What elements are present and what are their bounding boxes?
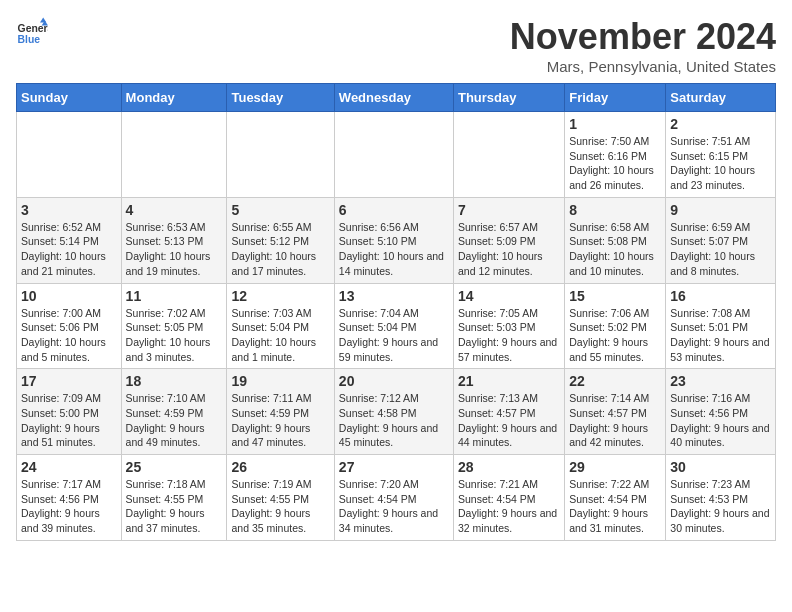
calendar-cell [334, 112, 453, 198]
day-number: 8 [569, 202, 661, 218]
calendar-cell [17, 112, 122, 198]
day-number: 28 [458, 459, 560, 475]
day-header-saturday: Saturday [666, 84, 776, 112]
calendar-week-2: 3Sunrise: 6:52 AM Sunset: 5:14 PM Daylig… [17, 197, 776, 283]
day-info: Sunrise: 7:12 AM Sunset: 4:58 PM Dayligh… [339, 391, 449, 450]
day-info: Sunrise: 7:18 AM Sunset: 4:55 PM Dayligh… [126, 477, 223, 536]
day-number: 5 [231, 202, 329, 218]
day-number: 1 [569, 116, 661, 132]
calendar-cell: 15Sunrise: 7:06 AM Sunset: 5:02 PM Dayli… [565, 283, 666, 369]
day-info: Sunrise: 6:52 AM Sunset: 5:14 PM Dayligh… [21, 220, 117, 279]
calendar-cell: 21Sunrise: 7:13 AM Sunset: 4:57 PM Dayli… [453, 369, 564, 455]
calendar-cell: 18Sunrise: 7:10 AM Sunset: 4:59 PM Dayli… [121, 369, 227, 455]
calendar-cell: 24Sunrise: 7:17 AM Sunset: 4:56 PM Dayli… [17, 455, 122, 541]
day-number: 10 [21, 288, 117, 304]
day-number: 14 [458, 288, 560, 304]
day-info: Sunrise: 7:02 AM Sunset: 5:05 PM Dayligh… [126, 306, 223, 365]
calendar-week-3: 10Sunrise: 7:00 AM Sunset: 5:06 PM Dayli… [17, 283, 776, 369]
day-info: Sunrise: 7:13 AM Sunset: 4:57 PM Dayligh… [458, 391, 560, 450]
logo-icon: General Blue [16, 16, 48, 48]
title-block: November 2024 Mars, Pennsylvania, United… [510, 16, 776, 75]
logo: General Blue [16, 16, 48, 48]
day-number: 29 [569, 459, 661, 475]
calendar-cell: 19Sunrise: 7:11 AM Sunset: 4:59 PM Dayli… [227, 369, 334, 455]
calendar-cell: 14Sunrise: 7:05 AM Sunset: 5:03 PM Dayli… [453, 283, 564, 369]
day-info: Sunrise: 6:55 AM Sunset: 5:12 PM Dayligh… [231, 220, 329, 279]
day-info: Sunrise: 7:19 AM Sunset: 4:55 PM Dayligh… [231, 477, 329, 536]
day-header-sunday: Sunday [17, 84, 122, 112]
day-number: 4 [126, 202, 223, 218]
day-number: 22 [569, 373, 661, 389]
day-number: 17 [21, 373, 117, 389]
day-info: Sunrise: 7:17 AM Sunset: 4:56 PM Dayligh… [21, 477, 117, 536]
calendar-cell: 25Sunrise: 7:18 AM Sunset: 4:55 PM Dayli… [121, 455, 227, 541]
day-info: Sunrise: 7:04 AM Sunset: 5:04 PM Dayligh… [339, 306, 449, 365]
day-number: 25 [126, 459, 223, 475]
calendar-cell: 10Sunrise: 7:00 AM Sunset: 5:06 PM Dayli… [17, 283, 122, 369]
day-info: Sunrise: 7:10 AM Sunset: 4:59 PM Dayligh… [126, 391, 223, 450]
location-subtitle: Mars, Pennsylvania, United States [510, 58, 776, 75]
calendar-cell: 3Sunrise: 6:52 AM Sunset: 5:14 PM Daylig… [17, 197, 122, 283]
day-number: 23 [670, 373, 771, 389]
calendar-cell: 4Sunrise: 6:53 AM Sunset: 5:13 PM Daylig… [121, 197, 227, 283]
day-info: Sunrise: 6:59 AM Sunset: 5:07 PM Dayligh… [670, 220, 771, 279]
calendar-cell: 20Sunrise: 7:12 AM Sunset: 4:58 PM Dayli… [334, 369, 453, 455]
day-number: 27 [339, 459, 449, 475]
day-info: Sunrise: 7:50 AM Sunset: 6:16 PM Dayligh… [569, 134, 661, 193]
calendar-cell: 26Sunrise: 7:19 AM Sunset: 4:55 PM Dayli… [227, 455, 334, 541]
day-header-thursday: Thursday [453, 84, 564, 112]
day-info: Sunrise: 7:51 AM Sunset: 6:15 PM Dayligh… [670, 134, 771, 193]
calendar-cell: 9Sunrise: 6:59 AM Sunset: 5:07 PM Daylig… [666, 197, 776, 283]
day-number: 9 [670, 202, 771, 218]
day-number: 20 [339, 373, 449, 389]
day-info: Sunrise: 7:16 AM Sunset: 4:56 PM Dayligh… [670, 391, 771, 450]
day-number: 6 [339, 202, 449, 218]
calendar-week-5: 24Sunrise: 7:17 AM Sunset: 4:56 PM Dayli… [17, 455, 776, 541]
day-header-tuesday: Tuesday [227, 84, 334, 112]
calendar-cell [227, 112, 334, 198]
calendar-cell: 30Sunrise: 7:23 AM Sunset: 4:53 PM Dayli… [666, 455, 776, 541]
calendar-cell: 7Sunrise: 6:57 AM Sunset: 5:09 PM Daylig… [453, 197, 564, 283]
page-header: General Blue November 2024 Mars, Pennsyl… [16, 16, 776, 75]
day-number: 24 [21, 459, 117, 475]
month-title: November 2024 [510, 16, 776, 58]
day-number: 2 [670, 116, 771, 132]
calendar-cell: 2Sunrise: 7:51 AM Sunset: 6:15 PM Daylig… [666, 112, 776, 198]
day-number: 18 [126, 373, 223, 389]
day-header-wednesday: Wednesday [334, 84, 453, 112]
calendar-cell: 29Sunrise: 7:22 AM Sunset: 4:54 PM Dayli… [565, 455, 666, 541]
day-info: Sunrise: 6:57 AM Sunset: 5:09 PM Dayligh… [458, 220, 560, 279]
day-header-friday: Friday [565, 84, 666, 112]
calendar-cell: 8Sunrise: 6:58 AM Sunset: 5:08 PM Daylig… [565, 197, 666, 283]
day-number: 12 [231, 288, 329, 304]
day-info: Sunrise: 7:20 AM Sunset: 4:54 PM Dayligh… [339, 477, 449, 536]
calendar-week-4: 17Sunrise: 7:09 AM Sunset: 5:00 PM Dayli… [17, 369, 776, 455]
calendar-cell: 6Sunrise: 6:56 AM Sunset: 5:10 PM Daylig… [334, 197, 453, 283]
calendar-cell: 13Sunrise: 7:04 AM Sunset: 5:04 PM Dayli… [334, 283, 453, 369]
day-number: 15 [569, 288, 661, 304]
svg-text:Blue: Blue [18, 34, 41, 45]
day-info: Sunrise: 7:11 AM Sunset: 4:59 PM Dayligh… [231, 391, 329, 450]
day-number: 16 [670, 288, 771, 304]
day-info: Sunrise: 7:06 AM Sunset: 5:02 PM Dayligh… [569, 306, 661, 365]
day-info: Sunrise: 6:58 AM Sunset: 5:08 PM Dayligh… [569, 220, 661, 279]
day-info: Sunrise: 7:05 AM Sunset: 5:03 PM Dayligh… [458, 306, 560, 365]
calendar-cell: 23Sunrise: 7:16 AM Sunset: 4:56 PM Dayli… [666, 369, 776, 455]
calendar-cell: 1Sunrise: 7:50 AM Sunset: 6:16 PM Daylig… [565, 112, 666, 198]
day-info: Sunrise: 7:03 AM Sunset: 5:04 PM Dayligh… [231, 306, 329, 365]
calendar-cell [453, 112, 564, 198]
calendar-cell: 16Sunrise: 7:08 AM Sunset: 5:01 PM Dayli… [666, 283, 776, 369]
day-header-monday: Monday [121, 84, 227, 112]
calendar-cell [121, 112, 227, 198]
day-info: Sunrise: 6:53 AM Sunset: 5:13 PM Dayligh… [126, 220, 223, 279]
day-number: 19 [231, 373, 329, 389]
calendar-table: SundayMondayTuesdayWednesdayThursdayFrid… [16, 83, 776, 541]
calendar-cell: 27Sunrise: 7:20 AM Sunset: 4:54 PM Dayli… [334, 455, 453, 541]
day-number: 21 [458, 373, 560, 389]
calendar-cell: 17Sunrise: 7:09 AM Sunset: 5:00 PM Dayli… [17, 369, 122, 455]
calendar-week-1: 1Sunrise: 7:50 AM Sunset: 6:16 PM Daylig… [17, 112, 776, 198]
calendar-header-row: SundayMondayTuesdayWednesdayThursdayFrid… [17, 84, 776, 112]
day-number: 3 [21, 202, 117, 218]
day-number: 13 [339, 288, 449, 304]
day-info: Sunrise: 7:21 AM Sunset: 4:54 PM Dayligh… [458, 477, 560, 536]
